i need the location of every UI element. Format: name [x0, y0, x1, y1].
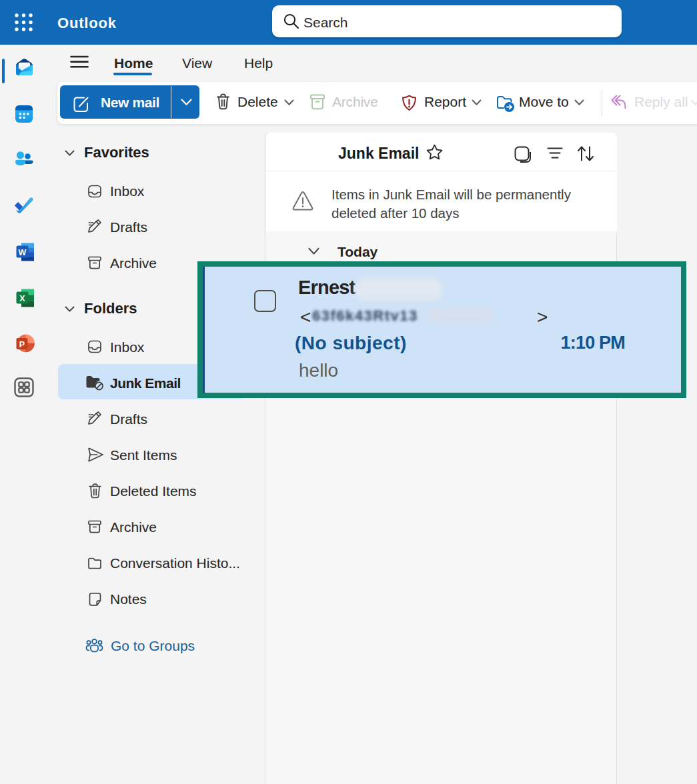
- svg-text:W: W: [19, 248, 27, 257]
- svg-text:X: X: [19, 294, 25, 303]
- svg-text:P: P: [19, 340, 25, 349]
